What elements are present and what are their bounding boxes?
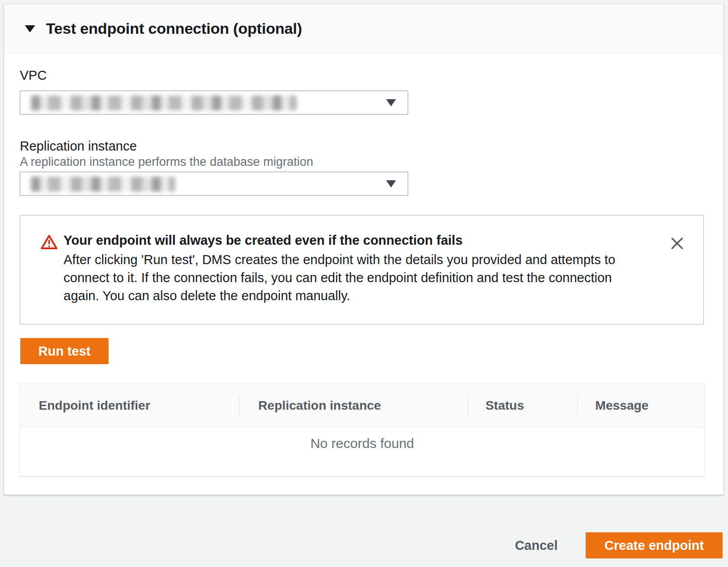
footer-actions: Cancel Create endpoint [515,532,723,558]
panel-title: Test endpoint connection (optional) [46,20,302,37]
create-endpoint-button[interactable]: Create endpoint [586,532,723,558]
column-header-message: Message [577,384,705,427]
close-icon[interactable] [669,235,685,251]
replication-instance-selected-value-redacted [31,177,175,192]
vpc-label: VPC [20,68,47,83]
empty-state-message: No records found [310,435,414,476]
warning-alert: Your endpoint will always be created eve… [20,215,704,325]
replication-instance-label: Replication instance [20,138,137,154]
column-header-status: Status [468,384,578,427]
test-endpoint-panel: Test endpoint connection (optional) VPC … [4,4,724,495]
replication-instance-description: A replication instance performs the data… [20,155,313,169]
caret-down-icon [386,99,396,106]
run-test-button[interactable]: Run test [20,338,109,364]
column-header-replication-instance: Replication instance [239,384,467,427]
warning-body: After clicking 'Run test', DMS creates t… [64,251,649,305]
vpc-select[interactable] [20,91,408,114]
replication-instance-select[interactable] [20,172,408,196]
cancel-button[interactable]: Cancel [515,538,558,553]
triangle-down-icon [25,25,35,32]
panel-header-toggle[interactable]: Test endpoint connection (optional) [4,4,723,54]
results-table-body: No records found [20,428,705,476]
warning-title: Your endpoint will always be created eve… [64,231,649,250]
results-table: Endpoint identifier Replication instance… [19,383,705,476]
warning-text: Your endpoint will always be created eve… [64,231,649,305]
results-table-header: Endpoint identifier Replication instance… [20,384,705,428]
page: Test endpoint connection (optional) VPC … [0,0,728,567]
caret-down-icon [386,180,396,187]
column-header-endpoint-identifier: Endpoint identifier [20,384,239,427]
vpc-selected-value-redacted [31,96,297,110]
warning-triangle-icon [41,234,58,250]
